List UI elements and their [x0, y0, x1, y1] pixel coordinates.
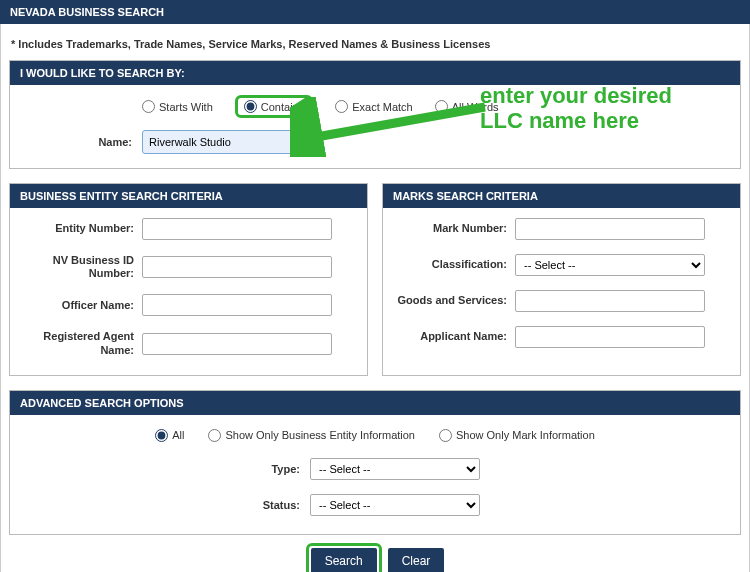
- criteria-columns: BUSINESS ENTITY SEARCH CRITERIA Entity N…: [9, 183, 741, 390]
- radio-only-entity-label: Show Only Business Entity Information: [225, 429, 415, 441]
- button-row: Search Clear: [9, 543, 741, 572]
- radio-all-words-input[interactable]: [435, 100, 448, 113]
- status-label: Status:: [110, 499, 310, 511]
- classification-select[interactable]: -- Select --: [515, 254, 705, 276]
- goods-services-input[interactable]: [515, 290, 705, 312]
- classification-label: Classification:: [395, 258, 515, 271]
- status-select[interactable]: -- Select --: [310, 494, 480, 516]
- name-row: Name:: [22, 130, 728, 154]
- includes-note: * Includes Trademarks, Trade Names, Serv…: [11, 38, 739, 50]
- registered-agent-label: Registered Agent Name:: [22, 330, 142, 356]
- officer-name-input[interactable]: [142, 294, 332, 316]
- radio-only-mark-label: Show Only Mark Information: [456, 429, 595, 441]
- radio-contains[interactable]: Contains: [244, 100, 304, 113]
- radio-exact-match[interactable]: Exact Match: [335, 100, 413, 113]
- entity-panel: BUSINESS ENTITY SEARCH CRITERIA Entity N…: [9, 183, 368, 376]
- main-container: * Includes Trademarks, Trade Names, Serv…: [0, 24, 750, 572]
- registered-agent-input[interactable]: [142, 333, 332, 355]
- radio-contains-input[interactable]: [244, 100, 257, 113]
- name-label: Name:: [22, 136, 132, 148]
- radio-starts-with-input[interactable]: [142, 100, 155, 113]
- radio-starts-with[interactable]: Starts With: [142, 100, 213, 113]
- radio-all-words-label: All Words: [452, 101, 499, 113]
- search-button[interactable]: Search: [311, 548, 377, 572]
- type-label: Type:: [110, 463, 310, 475]
- type-select[interactable]: -- Select --: [310, 458, 480, 480]
- marks-panel: MARKS SEARCH CRITERIA Mark Number: Class…: [382, 183, 741, 376]
- radio-only-entity[interactable]: Show Only Business Entity Information: [208, 429, 415, 442]
- radio-all[interactable]: All: [155, 429, 184, 442]
- radio-exact-match-label: Exact Match: [352, 101, 413, 113]
- radio-all-words[interactable]: All Words: [435, 100, 499, 113]
- goods-services-label: Goods and Services:: [395, 294, 515, 307]
- radio-only-entity-input[interactable]: [208, 429, 221, 442]
- advanced-header: ADVANCED SEARCH OPTIONS: [10, 391, 740, 415]
- entity-header: BUSINESS ENTITY SEARCH CRITERIA: [10, 184, 367, 208]
- search-button-highlight: Search: [306, 543, 382, 572]
- advanced-scope-row: All Show Only Business Entity Informatio…: [22, 425, 728, 442]
- mark-number-label: Mark Number:: [395, 222, 515, 235]
- applicant-name-label: Applicant Name:: [395, 330, 515, 343]
- clear-button[interactable]: Clear: [388, 548, 445, 572]
- entity-number-label: Entity Number:: [22, 222, 142, 235]
- radio-only-mark-input[interactable]: [439, 429, 452, 442]
- officer-name-label: Officer Name:: [22, 299, 142, 312]
- search-by-panel: I WOULD LIKE TO SEARCH BY: Starts With C…: [9, 60, 741, 169]
- applicant-name-input[interactable]: [515, 326, 705, 348]
- page-title-bar: NEVADA BUSINESS SEARCH: [0, 0, 750, 24]
- search-by-header: I WOULD LIKE TO SEARCH BY:: [10, 61, 740, 85]
- page-title: NEVADA BUSINESS SEARCH: [10, 6, 164, 18]
- advanced-panel: ADVANCED SEARCH OPTIONS All Show Only Bu…: [9, 390, 741, 535]
- radio-contains-label: Contains: [261, 101, 304, 113]
- radio-all-label: All: [172, 429, 184, 441]
- match-type-row: Starts With Contains Exact Match All Wor…: [142, 95, 728, 118]
- contains-highlight: Contains: [235, 95, 313, 118]
- nv-business-id-input[interactable]: [142, 256, 332, 278]
- name-input[interactable]: [142, 130, 312, 154]
- mark-number-input[interactable]: [515, 218, 705, 240]
- radio-all-input[interactable]: [155, 429, 168, 442]
- entity-number-input[interactable]: [142, 218, 332, 240]
- nv-business-id-label: NV Business ID Number:: [22, 254, 142, 280]
- radio-exact-match-input[interactable]: [335, 100, 348, 113]
- radio-starts-with-label: Starts With: [159, 101, 213, 113]
- radio-only-mark[interactable]: Show Only Mark Information: [439, 429, 595, 442]
- marks-header: MARKS SEARCH CRITERIA: [383, 184, 740, 208]
